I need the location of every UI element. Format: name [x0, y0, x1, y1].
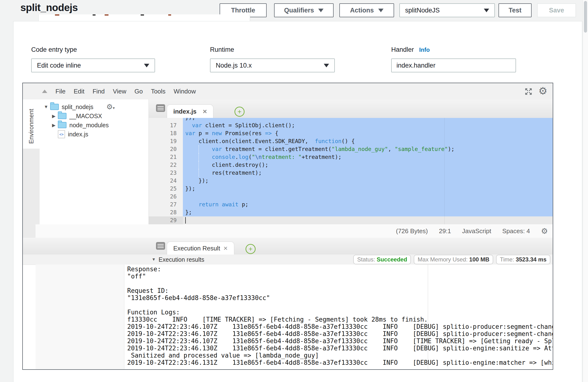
code-line [183, 193, 553, 201]
editor-settings-gear-icon[interactable]: ⚙ [538, 86, 547, 96]
scrolled-out-content [38, 14, 250, 21]
code-line: }); [183, 177, 553, 185]
code-row: 17 var client = SplitObj.client(); [149, 121, 553, 129]
test-button[interactable]: Test [499, 3, 532, 17]
code-line: client.on(client.Event.SDK_READY, functi… [183, 137, 553, 145]
execution-output-area[interactable]: Response:"off" Request ID:"131e865f-6eb4… [36, 265, 553, 369]
gutter-line-number: 23 [149, 169, 183, 177]
output-line: 2019-10-24T22:23:46.107Z 131e865f-6eb4-4… [36, 330, 553, 337]
close-tab-icon[interactable]: × [203, 108, 207, 115]
status-badge: Max Memory Used: 100 MB [414, 255, 493, 264]
gutter-line-number: 24 [149, 177, 183, 185]
tree-expanded-arrow-icon[interactable]: ▼ [43, 104, 49, 110]
menu-item-edit[interactable]: Edit [74, 88, 84, 95]
gutter-line-number: 27 [149, 201, 183, 209]
new-tab-plus-icon[interactable]: + [234, 107, 245, 117]
code-editor-area[interactable]: });17 var client = SplitObj.client();18v… [149, 118, 553, 224]
tab-execution-result[interactable]: Execution Result × [167, 242, 234, 255]
menu-item-go[interactable]: Go [134, 88, 143, 95]
code-line: var client = SplitObj.client(); [183, 121, 553, 129]
tree-collapsed-arrow-icon[interactable]: ▶ [51, 113, 57, 119]
menu-item-window[interactable]: Window [174, 88, 196, 95]
tab-list-icon[interactable] [156, 104, 165, 112]
output-line [36, 302, 553, 309]
execution-badges: Status: SucceededMax Memory Used: 100 MB… [353, 255, 550, 264]
test-event-select[interactable]: splitNodeJS [399, 3, 495, 17]
tab-index-js[interactable]: index.js × [167, 104, 213, 118]
status-badge: Status: Succeeded [353, 255, 411, 264]
text-cursor [185, 217, 186, 224]
gutter-line-number: 28 [149, 209, 183, 216]
code-row: 28}; [149, 209, 553, 216]
fullscreen-icon[interactable] [525, 87, 533, 96]
code-row: 25}); [149, 185, 553, 193]
statusbar-item[interactable]: (726 Bytes) [396, 228, 428, 235]
badge-label: Time: [500, 256, 516, 263]
aws-lambda-code-editor-screen: split_nodejs Throttle Qualifiers Actions… [0, 0, 588, 382]
cloud9-editor: FileEditFindViewGoToolsWindow ⚙ Environm… [22, 83, 553, 370]
tree-item-label: index.js [68, 131, 88, 138]
tree-item-__macosx[interactable]: ▶__MACOSX [40, 112, 148, 120]
page-title: split_nodejs [21, 2, 78, 13]
gutter-line-number: 17 [149, 121, 183, 129]
code-row: 23 res(treatment); [149, 169, 553, 177]
output-line: "off" [36, 273, 553, 280]
output-line [36, 280, 553, 287]
scrollbar-thumb[interactable] [584, 1, 587, 33]
handler-info-link[interactable]: Info [419, 46, 430, 53]
code-line: client.destroy(); [183, 161, 553, 169]
badge-value: Succeeded [377, 256, 407, 263]
save-button[interactable]: Save [537, 3, 576, 17]
statusbar-item[interactable]: JavaScript [462, 228, 491, 235]
collapse-results-arrow-icon[interactable]: ▼ [152, 257, 156, 262]
code-row: 22 client.destroy(); [149, 161, 553, 169]
code-entry-type-label: Code entry type [31, 46, 77, 54]
output-line: Function Logs: [36, 309, 553, 316]
statusbar-item[interactable]: 29:1 [439, 228, 451, 235]
badge-label: Status: [357, 256, 377, 263]
indent-guide [198, 145, 199, 153]
results-tabbar [23, 238, 553, 255]
gutter-line-number: 19 [149, 137, 183, 145]
chevron-down-icon [144, 64, 149, 67]
file-tree-panel: ▼ split_nodejs ⚙▾ ▶__MACOSX▶node_modules… [40, 99, 149, 238]
code-entry-type-select[interactable]: Edit code inline [31, 58, 155, 72]
indent-guide [198, 169, 199, 177]
chevron-down-icon [378, 9, 383, 12]
code-row: 29 [149, 216, 553, 224]
gutter-line-number: 21 [149, 153, 183, 161]
qualifiers-dropdown-button[interactable]: Qualifiers [274, 3, 334, 17]
menu-item-file[interactable]: File [55, 88, 65, 95]
close-tab-icon[interactable]: × [223, 245, 228, 252]
tree-collapsed-arrow-icon[interactable]: ▶ [51, 122, 57, 128]
folder-icon [50, 104, 59, 110]
tree-item-index.js[interactable]: <>index.js [40, 130, 148, 139]
results-new-tab-plus-icon[interactable]: + [246, 244, 256, 254]
tree-item-node_modules[interactable]: ▶node_modules [40, 120, 148, 130]
tab-environment[interactable]: Environment [23, 102, 40, 150]
results-tab-list-icon[interactable] [156, 242, 165, 250]
output-line: Request ID: [36, 287, 553, 294]
tree-settings-gear-icon[interactable]: ⚙▾ [106, 103, 115, 111]
menu-item-tools[interactable]: Tools [151, 88, 166, 95]
statusbar-gear-icon[interactable]: ⚙ [541, 227, 548, 235]
collapse-menu-icon[interactable] [42, 90, 47, 93]
menu-item-find[interactable]: Find [93, 88, 105, 95]
output-line: 2019-10-24T22:23:46.107Z 131e865f-6eb4-4… [36, 337, 553, 345]
code-row: 26 [149, 193, 553, 201]
menu-item-view[interactable]: View [113, 88, 126, 95]
code-row: 20 var treatment = client.getTreatment("… [149, 145, 553, 153]
badge-value: 100 MB [469, 256, 489, 263]
output-line: "131e865f-6eb4-4dd8-858e-a37ef13330cc" [36, 294, 553, 302]
handler-input[interactable] [391, 58, 516, 72]
tree-item-root[interactable]: ▼ split_nodejs ⚙▾ [40, 102, 148, 112]
statusbar-item[interactable]: Spaces: 4 [502, 228, 530, 235]
gutter-line-number: 25 [149, 185, 183, 193]
folder-icon [58, 113, 66, 119]
status-badge: Time: 3523.34 ms [496, 255, 550, 264]
runtime-select[interactable]: Node.js 10.x [210, 58, 335, 72]
actions-dropdown-button[interactable]: Actions [339, 3, 394, 17]
gutter-line-number: 20 [149, 145, 183, 153]
code-line: return await p; [183, 201, 553, 209]
page-scrollbar[interactable] [583, 0, 588, 382]
